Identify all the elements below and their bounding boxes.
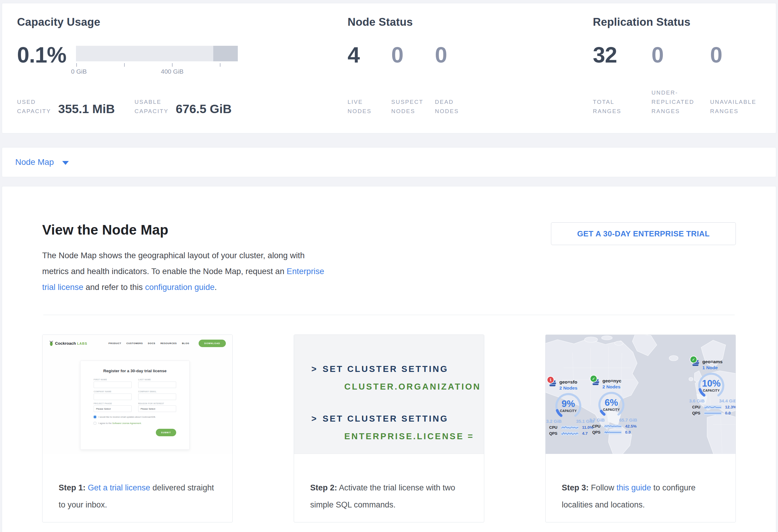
project-phase-select[interactable]: Please Select [94,405,132,412]
mini-submit-button[interactable]: SUBMIT [156,429,176,436]
locality-name: geo=ams [702,359,723,365]
locality-widget-sfo[interactable]: 1 geo=sfo 2 Nodes [549,379,594,436]
node-map-dropdown-label[interactable]: Node Map [15,157,54,167]
capacity-label: CAPACITY [603,408,620,411]
company-email-input[interactable] [138,393,176,400]
used-capacity-value: 355.1 MiB [58,103,115,115]
node-status-title: Node Status [347,16,593,28]
node-map-placeholder-panel: View the Node Map The Node Map shows the… [2,186,776,532]
qps-value: 0.0 [625,430,631,435]
locality-name: geo=sfo [559,379,577,385]
suspect-nodes-label: SUSPECT NODES [391,97,435,116]
locality-node-count: 2 Nodes [603,384,621,390]
cpu-value: 12.3% [725,405,735,409]
live-nodes-label: LIVE NODES [347,97,391,116]
enterprise-trial-license-link[interactable]: Enterprise [287,267,324,276]
replication-status-section: Replication Status 32 0 0 TOTAL RANGES U… [593,16,761,118]
mini-download-button[interactable]: DOWNLOAD [199,339,226,347]
chevron-down-icon[interactable] [62,161,69,165]
section-divider [44,315,734,315]
software-license-agreement-link[interactable]: Software License Agreement. [112,422,142,425]
capacity-axis-ticks [76,61,238,68]
cpu-label: CPU [549,425,561,430]
locality-name: geo=nyc [603,378,621,384]
unavailable-ranges-label: UNAVAILABLE RANGES [710,97,761,116]
capacity-gauge: 10% CAPACITY [697,371,726,400]
mini-nav-item[interactable]: DOCS [148,342,156,345]
total-ranges-label: TOTAL RANGES [593,97,651,116]
usable-capacity-label: USABLE CAPACITY [135,97,169,116]
capacity-bar-track [76,46,238,61]
qps-value: 4.7 [582,431,588,436]
enterprise-trial-license-link[interactable]: trial license [42,283,83,292]
qps-label: QPS [592,430,604,435]
trial-registration-form: Register for a 30-day trial license FIRS… [80,361,189,450]
step2-caption: Step 2: Activate the trial license with … [310,479,472,514]
replication-status-title: Replication Status [593,16,761,28]
first-name-input[interactable] [94,381,132,388]
cpu-sparkline [704,405,721,409]
qps-sparkline [561,432,578,435]
cpu-label: CPU [592,424,604,429]
sql-commands-snippet: >SET CLUSTER SETTING CLUSTER.ORGANIZATIO… [294,335,484,454]
node-map-dropdown[interactable]: Node Map [2,147,776,177]
qps-sparkline [704,411,721,415]
capacity-bar: 0 GiB 400 GiB [76,46,238,76]
mini-nav-item[interactable]: CUSTOMERS [127,342,143,345]
company-name-input[interactable] [94,393,132,400]
qps-value: 0.0 [725,411,731,415]
last-name-input[interactable] [138,381,176,388]
qps-label: QPS [549,431,561,436]
under-replicated-ranges-label: UNDER- REPLICATED RANGES [651,88,710,116]
license-agreement-checkbox[interactable] [94,422,96,425]
step3-card: 1 geo=sfo 2 Nodes [545,334,736,522]
mini-field-label: COMPANY NAME [94,390,132,393]
mini-nav-item[interactable]: RESOURCES [160,342,177,345]
email-updates-label: I would like to receive email updates ab… [98,415,156,418]
capacity-label: CAPACITY [703,389,720,392]
capacity-percent: 10% [702,379,720,388]
dead-nodes-count: 0 [435,45,593,66]
email-updates-checkbox[interactable] [94,415,96,418]
node-status-section: Node Status 4 0 0 LIVE NODES SUSPECT NOD… [347,16,593,118]
step3-caption: Step 3: Follow this guide to configure l… [562,479,723,514]
qps-sparkline [604,431,622,434]
capacity-tick-label: 400 GiB [161,68,184,75]
error-badge: 1 [547,376,554,384]
under-replicated-ranges-count: 0 [651,45,710,66]
mini-field-label: PROJECT PHASE [94,402,132,404]
locality-widget-nyc[interactable]: ✓ geo=nyc 2 Nodes [592,378,637,435]
reason-for-interest-select[interactable]: Please Select [138,405,176,412]
configuration-guide-link[interactable]: configuration guide [145,283,215,292]
cpu-sparkline [561,426,578,429]
trial-site-thumbnail: Cockroach LABS PRODUCT CUSTOMERS DOCS RE… [43,335,232,454]
capacity-percent: 9% [562,399,575,408]
qps-label: QPS [692,411,704,415]
mini-nav-item[interactable]: BLOG [182,342,189,345]
suspect-nodes-count: 0 [391,45,435,66]
cpu-value: 42.5% [625,424,636,429]
get-trial-license-link[interactable]: Get a trial license [88,483,150,492]
roach-icon [49,340,54,346]
step1-card: Cockroach LABS PRODUCT CUSTOMERS DOCS RE… [42,334,233,522]
used-capacity-label: USED CAPACITY [17,97,51,116]
mini-nav-item[interactable]: PRODUCT [108,342,122,345]
cpu-value: 11.0% [582,425,594,430]
capacity-tick-label: 0 GiB [71,68,87,75]
usable-capacity-value: 676.5 GiB [175,103,232,115]
cockroach-labs-logo: Cockroach LABS [49,340,87,346]
mini-field-label: LAST NAME [138,379,176,381]
step2-card: >SET CLUSTER SETTING CLUSTER.ORGANIZATIO… [294,334,484,522]
page-title: View the Node Map [42,222,338,238]
mini-form-title: Register for a 30-day trial license [94,369,176,373]
mini-field-label: COMPANY EMAIL [138,390,176,393]
mini-field-label: FIRST NAME [94,379,132,381]
this-guide-link[interactable]: this guide [617,483,651,492]
cpu-label: CPU [692,405,704,409]
healthy-badge: ✓ [590,375,597,382]
capacity-percent: 0.1% [17,45,66,66]
unavailable-ranges-count: 0 [710,45,761,66]
locality-widget-ams[interactable]: ✓ geo=ams 1 Node [692,359,735,415]
capacity-label: CAPACITY [560,409,577,412]
get-enterprise-trial-button[interactable]: GET A 30-DAY ENTERPRISE TRIAL [551,222,736,245]
